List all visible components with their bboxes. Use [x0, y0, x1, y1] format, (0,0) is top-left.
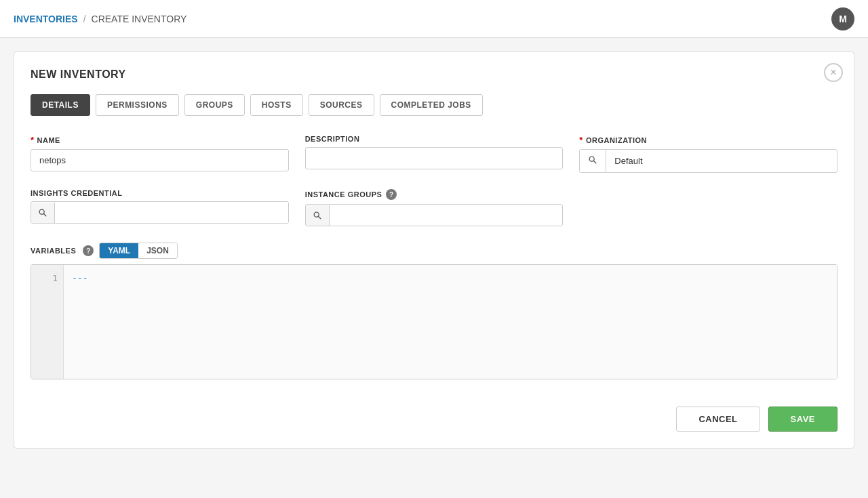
- organization-search-button[interactable]: [580, 150, 606, 172]
- tab-completed-jobs[interactable]: COMPLETED JOBS: [380, 94, 483, 116]
- insights-credential-group: INSIGHTS CREDENTIAL: [31, 189, 289, 226]
- search-icon: [38, 208, 47, 217]
- breadcrumb-separator: /: [83, 14, 86, 24]
- instance-groups-search-button[interactable]: [306, 205, 330, 226]
- name-label: * NAME: [31, 135, 289, 145]
- name-required-star: *: [31, 135, 35, 145]
- main-content: NEW INVENTORY × DETAILS PERMISSIONS GROU…: [0, 38, 868, 462]
- avatar[interactable]: M: [831, 7, 854, 30]
- breadcrumb-current: CREATE INVENTORY: [92, 14, 187, 24]
- svg-line-3: [43, 213, 46, 216]
- tab-sources[interactable]: SOURCES: [309, 94, 374, 116]
- yaml-toggle-button[interactable]: YAML: [100, 243, 138, 258]
- insights-credential-search-button[interactable]: [31, 203, 55, 223]
- instance-groups-input[interactable]: [330, 205, 563, 226]
- instance-groups-help-icon[interactable]: ?: [386, 189, 397, 200]
- variables-section: VARIABLES ? YAML JSON 1 ---: [31, 243, 837, 379]
- search-icon: [588, 155, 597, 165]
- insights-credential-input-wrapper: [31, 201, 289, 224]
- variables-help-icon[interactable]: ?: [83, 245, 94, 256]
- variables-label-row: VARIABLES ? YAML JSON: [31, 243, 837, 259]
- description-input[interactable]: [305, 147, 564, 169]
- line-number-1: 1: [37, 273, 58, 283]
- breadcrumb: INVENTORIES / CREATE INVENTORY: [14, 14, 186, 24]
- form-footer: CANCEL SAVE: [31, 396, 837, 432]
- form-row-2: INSIGHTS CREDENTIAL INSTANCE GROUPS ?: [31, 189, 837, 226]
- new-inventory-card: NEW INVENTORY × DETAILS PERMISSIONS GROU…: [14, 51, 854, 449]
- description-group: DESCRIPTION: [305, 135, 564, 173]
- save-button[interactable]: SAVE: [768, 407, 837, 432]
- cancel-button[interactable]: CANCEL: [676, 407, 760, 432]
- tab-groups[interactable]: GROUPS: [184, 94, 245, 116]
- code-gutter: 1: [31, 265, 64, 379]
- code-textarea[interactable]: ---: [64, 265, 837, 379]
- instance-groups-group: INSTANCE GROUPS ?: [305, 189, 564, 226]
- instance-groups-input-wrapper: [305, 204, 564, 226]
- organization-input-wrapper: Default: [579, 149, 837, 173]
- search-icon: [313, 211, 322, 220]
- tab-details[interactable]: DETAILS: [31, 94, 90, 116]
- tabs-container: DETAILS PERMISSIONS GROUPS HOSTS SOURCES…: [31, 94, 837, 116]
- name-input[interactable]: [31, 149, 289, 171]
- org-required-star: *: [579, 135, 583, 145]
- card-title: NEW INVENTORY: [31, 68, 837, 81]
- breadcrumb-inventories-link[interactable]: INVENTORIES: [14, 14, 78, 24]
- code-editor: 1 ---: [31, 264, 837, 379]
- description-label: DESCRIPTION: [305, 135, 564, 143]
- json-toggle-button[interactable]: JSON: [138, 243, 177, 258]
- close-button[interactable]: ×: [824, 63, 843, 82]
- variables-toggle-group: YAML JSON: [99, 243, 178, 259]
- organization-group: * ORGANIZATION Default: [579, 135, 837, 173]
- organization-value: Default: [606, 150, 837, 171]
- variables-label: VARIABLES: [31, 247, 76, 255]
- instance-groups-label: INSTANCE GROUPS ?: [305, 189, 564, 200]
- tab-hosts[interactable]: HOSTS: [250, 94, 303, 116]
- svg-line-1: [594, 161, 597, 163]
- insights-credential-input[interactable]: [55, 202, 288, 223]
- form-row-1: * NAME DESCRIPTION * ORGANIZATION: [31, 135, 837, 173]
- tab-permissions[interactable]: PERMISSIONS: [96, 94, 179, 116]
- insights-credential-label: INSIGHTS CREDENTIAL: [31, 189, 289, 197]
- organization-label: * ORGANIZATION: [579, 135, 837, 145]
- top-nav: INVENTORIES / CREATE INVENTORY M: [0, 0, 868, 38]
- svg-line-5: [318, 216, 321, 219]
- name-group: * NAME: [31, 135, 289, 173]
